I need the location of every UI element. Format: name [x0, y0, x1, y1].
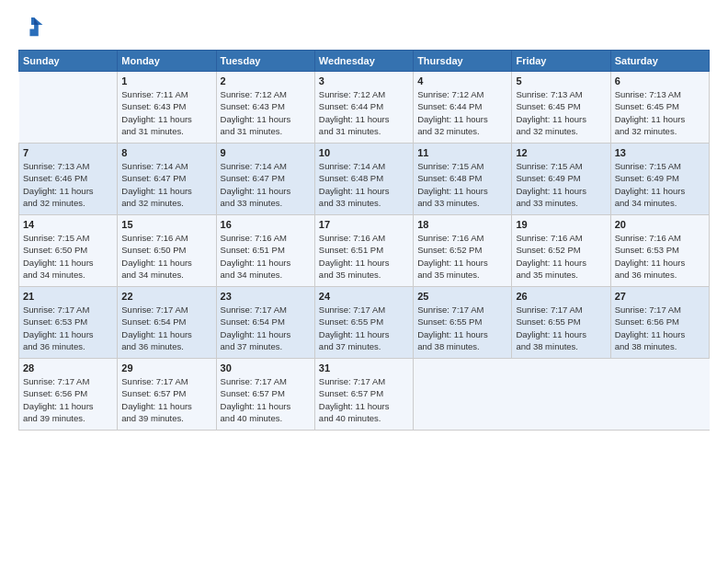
day-detail: Sunrise: 7:17 AM Sunset: 6:56 PM Dayligh… [23, 375, 113, 424]
day-detail: Sunrise: 7:12 AM Sunset: 6:44 PM Dayligh… [319, 88, 409, 137]
day-detail: Sunrise: 7:16 AM Sunset: 6:53 PM Dayligh… [615, 232, 705, 281]
day-detail: Sunrise: 7:16 AM Sunset: 6:51 PM Dayligh… [221, 232, 311, 281]
page: SundayMondayTuesdayWednesdayThursdayFrid… [0, 0, 728, 563]
calendar-cell: 6Sunrise: 7:13 AM Sunset: 6:45 PM Daylig… [610, 72, 709, 144]
day-number: 15 [121, 219, 211, 230]
day-number: 2 [221, 75, 311, 86]
day-detail: Sunrise: 7:12 AM Sunset: 6:44 PM Dayligh… [417, 88, 507, 137]
day-number: 25 [417, 291, 507, 302]
calendar-cell: 8Sunrise: 7:14 AM Sunset: 6:47 PM Daylig… [118, 144, 216, 215]
week-row-0: 1Sunrise: 7:11 AM Sunset: 6:43 PM Daylig… [19, 72, 710, 144]
day-detail: Sunrise: 7:17 AM Sunset: 6:55 PM Dayligh… [319, 304, 409, 352]
day-detail: Sunrise: 7:16 AM Sunset: 6:50 PM Dayligh… [121, 232, 211, 281]
day-number: 10 [319, 147, 409, 158]
calendar-cell: 29Sunrise: 7:17 AM Sunset: 6:57 PM Dayli… [118, 359, 216, 431]
day-number: 28 [23, 362, 113, 373]
calendar-cell: 14Sunrise: 7:15 AM Sunset: 6:50 PM Dayli… [19, 215, 118, 287]
calendar-cell: 15Sunrise: 7:16 AM Sunset: 6:50 PM Dayli… [118, 215, 216, 287]
day-number: 26 [516, 291, 606, 302]
day-detail: Sunrise: 7:14 AM Sunset: 6:47 PM Dayligh… [121, 160, 211, 209]
day-number: 14 [23, 219, 113, 230]
day-detail: Sunrise: 7:13 AM Sunset: 6:45 PM Dayligh… [516, 88, 606, 137]
day-detail: Sunrise: 7:12 AM Sunset: 6:43 PM Dayligh… [221, 88, 311, 137]
calendar-cell: 23Sunrise: 7:17 AM Sunset: 6:54 PM Dayli… [216, 287, 314, 359]
day-number: 17 [319, 219, 409, 230]
calendar-cell: 1Sunrise: 7:11 AM Sunset: 6:43 PM Daylig… [118, 72, 216, 144]
col-header-wednesday: Wednesday [314, 51, 413, 72]
header [18, 15, 710, 40]
week-row-3: 21Sunrise: 7:17 AM Sunset: 6:53 PM Dayli… [19, 287, 710, 359]
calendar-cell: 28Sunrise: 7:17 AM Sunset: 6:56 PM Dayli… [19, 359, 118, 431]
calendar-cell: 22Sunrise: 7:17 AM Sunset: 6:54 PM Dayli… [118, 287, 216, 359]
day-number: 8 [121, 147, 211, 158]
calendar-cell: 17Sunrise: 7:16 AM Sunset: 6:51 PM Dayli… [314, 215, 413, 287]
calendar-cell: 24Sunrise: 7:17 AM Sunset: 6:55 PM Dayli… [314, 287, 413, 359]
day-number: 31 [319, 362, 409, 373]
day-number: 13 [615, 147, 705, 158]
day-number: 3 [319, 75, 409, 86]
day-number: 12 [516, 147, 606, 158]
day-detail: Sunrise: 7:17 AM Sunset: 6:56 PM Dayligh… [615, 304, 705, 352]
day-number: 7 [23, 147, 113, 158]
calendar-cell: 30Sunrise: 7:17 AM Sunset: 6:57 PM Dayli… [216, 359, 314, 431]
calendar-cell: 12Sunrise: 7:15 AM Sunset: 6:49 PM Dayli… [512, 144, 610, 215]
day-detail: Sunrise: 7:16 AM Sunset: 6:52 PM Dayligh… [516, 232, 606, 281]
day-detail: Sunrise: 7:13 AM Sunset: 6:46 PM Dayligh… [23, 160, 113, 209]
day-detail: Sunrise: 7:17 AM Sunset: 6:53 PM Dayligh… [23, 304, 113, 352]
col-header-friday: Friday [512, 51, 610, 72]
day-detail: Sunrise: 7:17 AM Sunset: 6:55 PM Dayligh… [516, 304, 606, 352]
calendar-cell: 25Sunrise: 7:17 AM Sunset: 6:55 PM Dayli… [414, 287, 512, 359]
day-number: 22 [121, 291, 211, 302]
calendar-table: SundayMondayTuesdayWednesdayThursdayFrid… [18, 50, 710, 431]
col-header-saturday: Saturday [610, 51, 709, 72]
calendar-cell: 4Sunrise: 7:12 AM Sunset: 6:44 PM Daylig… [414, 72, 512, 144]
calendar-cell: 26Sunrise: 7:17 AM Sunset: 6:55 PM Dayli… [512, 287, 610, 359]
calendar-cell: 2Sunrise: 7:12 AM Sunset: 6:43 PM Daylig… [216, 72, 314, 144]
day-number: 18 [417, 219, 507, 230]
day-detail: Sunrise: 7:15 AM Sunset: 6:48 PM Dayligh… [417, 160, 507, 209]
day-detail: Sunrise: 7:17 AM Sunset: 6:54 PM Dayligh… [221, 304, 311, 352]
calendar-cell: 5Sunrise: 7:13 AM Sunset: 6:45 PM Daylig… [512, 72, 610, 144]
calendar-cell: 27Sunrise: 7:17 AM Sunset: 6:56 PM Dayli… [610, 287, 709, 359]
day-number: 9 [221, 147, 311, 158]
col-header-sunday: Sunday [19, 51, 118, 72]
calendar-cell: 21Sunrise: 7:17 AM Sunset: 6:53 PM Dayli… [19, 287, 118, 359]
day-detail: Sunrise: 7:14 AM Sunset: 6:47 PM Dayligh… [221, 160, 311, 209]
col-header-monday: Monday [118, 51, 216, 72]
day-detail: Sunrise: 7:15 AM Sunset: 6:49 PM Dayligh… [516, 160, 606, 209]
day-detail: Sunrise: 7:17 AM Sunset: 6:57 PM Dayligh… [319, 375, 409, 424]
calendar-cell: 7Sunrise: 7:13 AM Sunset: 6:46 PM Daylig… [19, 144, 118, 215]
header-row: SundayMondayTuesdayWednesdayThursdayFrid… [19, 51, 710, 72]
day-detail: Sunrise: 7:13 AM Sunset: 6:45 PM Dayligh… [615, 88, 705, 137]
calendar-cell: 10Sunrise: 7:14 AM Sunset: 6:48 PM Dayli… [314, 144, 413, 215]
calendar-cell: 16Sunrise: 7:16 AM Sunset: 6:51 PM Dayli… [216, 215, 314, 287]
day-number: 19 [516, 219, 606, 230]
calendar-cell [19, 72, 118, 144]
week-row-2: 14Sunrise: 7:15 AM Sunset: 6:50 PM Dayli… [19, 215, 710, 287]
calendar-cell: 19Sunrise: 7:16 AM Sunset: 6:52 PM Dayli… [512, 215, 610, 287]
day-number: 21 [23, 291, 113, 302]
day-number: 5 [516, 75, 606, 86]
day-number: 29 [121, 362, 211, 373]
day-detail: Sunrise: 7:17 AM Sunset: 6:55 PM Dayligh… [417, 304, 507, 352]
calendar-cell: 11Sunrise: 7:15 AM Sunset: 6:48 PM Dayli… [414, 144, 512, 215]
calendar-cell: 13Sunrise: 7:15 AM Sunset: 6:49 PM Dayli… [610, 144, 709, 215]
logo [18, 15, 48, 40]
logo-icon [18, 15, 44, 40]
calendar-cell: 9Sunrise: 7:14 AM Sunset: 6:47 PM Daylig… [216, 144, 314, 215]
day-detail: Sunrise: 7:14 AM Sunset: 6:48 PM Dayligh… [319, 160, 409, 209]
day-detail: Sunrise: 7:15 AM Sunset: 6:50 PM Dayligh… [23, 232, 113, 281]
calendar-cell: 3Sunrise: 7:12 AM Sunset: 6:44 PM Daylig… [314, 72, 413, 144]
day-number: 24 [319, 291, 409, 302]
day-detail: Sunrise: 7:15 AM Sunset: 6:49 PM Dayligh… [615, 160, 705, 209]
day-number: 20 [615, 219, 705, 230]
svg-marker-0 [29, 17, 42, 36]
day-detail: Sunrise: 7:17 AM Sunset: 6:57 PM Dayligh… [221, 375, 311, 424]
calendar-cell [414, 359, 512, 431]
day-detail: Sunrise: 7:17 AM Sunset: 6:54 PM Dayligh… [121, 304, 211, 352]
day-detail: Sunrise: 7:11 AM Sunset: 6:43 PM Dayligh… [121, 88, 211, 137]
day-detail: Sunrise: 7:17 AM Sunset: 6:57 PM Dayligh… [121, 375, 211, 424]
day-detail: Sunrise: 7:16 AM Sunset: 6:52 PM Dayligh… [417, 232, 507, 281]
calendar-cell: 18Sunrise: 7:16 AM Sunset: 6:52 PM Dayli… [414, 215, 512, 287]
day-number: 11 [417, 147, 507, 158]
